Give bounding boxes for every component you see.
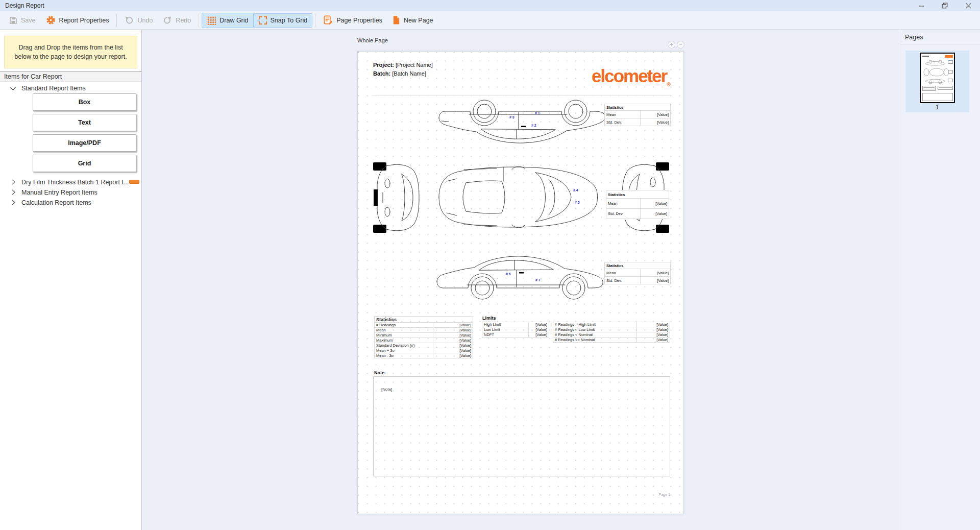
save-button[interactable]: Save [4, 13, 41, 28]
page-number: Page 1 [644, 493, 670, 496]
chevron-right-icon [10, 179, 17, 185]
limits-table[interactable]: High Limit[Value]Low Limit[Value]NDFT[Va… [482, 322, 549, 338]
restore-button[interactable] [933, 0, 957, 11]
close-icon [966, 3, 971, 9]
table-row: NDFT[Value] [482, 332, 549, 338]
page-thumbnail-tile[interactable]: 1 [905, 51, 969, 112]
undo-button[interactable]: Undo [119, 13, 158, 28]
chevron-right-icon [10, 199, 17, 206]
zoom-out-button[interactable]: − [677, 41, 684, 49]
tree-group-standard-report-items[interactable]: Standard Report Items [9, 84, 86, 93]
snap-square-icon [259, 16, 267, 25]
project-header-item[interactable]: Project: [Project Name] [373, 62, 433, 68]
design-report-window: Design Report Save Report Properties Und… [0, 0, 980, 530]
thumb-mini-table [948, 60, 953, 64]
reading-marker[interactable]: # 5 [575, 201, 580, 204]
undo-icon [125, 16, 134, 25]
limits-counts-table[interactable]: # Readings > High Limit[Value]# Readings… [553, 322, 670, 343]
table-row: Std. Dev.[Value] [606, 208, 669, 219]
car-top-view-drawing[interactable] [435, 163, 601, 231]
reading-marker[interactable]: # 2 [531, 124, 536, 127]
chevron-right-icon [10, 189, 17, 196]
zoom-in-button[interactable]: + [668, 41, 675, 49]
tree-group-dry-film-thickness[interactable]: Dry Film Thickness Batch 1 Report I... [10, 178, 129, 186]
palette-button-grid[interactable]: Grid [33, 155, 136, 172]
grid-dots-icon [207, 16, 216, 25]
new-page-button[interactable]: New Page [387, 12, 438, 28]
table-row: # Readings < Low Limit[Value] [553, 327, 670, 332]
table-row: # Readings < Nominal[Value] [553, 332, 670, 338]
redo-button[interactable]: Redo [158, 13, 196, 28]
new-page-icon [393, 15, 400, 25]
note-label: Note: [374, 370, 386, 375]
table-row: Minimum[Value] [374, 332, 473, 338]
toolbar-separator [116, 14, 117, 27]
reading-marker[interactable]: # 4 [573, 188, 578, 192]
page-thumbnail[interactable] [920, 53, 955, 103]
reading-marker[interactable]: # 3 [509, 115, 514, 119]
close-button[interactable] [957, 0, 980, 11]
redo-icon [163, 16, 172, 25]
mini-statistics-table[interactable]: Statistics Mean[Value]Std. Dev.[Value] [604, 104, 671, 126]
note-placeholder: [Note] [381, 387, 392, 392]
report-properties-button[interactable]: Report Properties [41, 12, 114, 28]
report-page: Project: [Project Name] Batch: [Batch Na… [357, 51, 684, 514]
minimize-button[interactable] [910, 0, 933, 11]
tree-group-calculation[interactable]: Calculation Report Items [10, 198, 91, 207]
statistics-table[interactable]: Statistics # Readings[Value]Mean[Value]M… [374, 316, 473, 358]
toolbar-separator [315, 14, 315, 27]
design-canvas: Whole Page + − Project: [Project Name] B… [142, 30, 900, 530]
table-row: High Limit[Value] [482, 322, 549, 327]
zoom-view-label: Whole Page [357, 37, 388, 43]
toolbar-separator [199, 14, 199, 27]
mini-statistics-table[interactable]: Statistics Mean[Value]Std. Dev.[Value] [604, 262, 671, 284]
car-underside-view-drawing[interactable] [435, 98, 609, 151]
chevron-down-icon [9, 85, 17, 92]
table-row: Maximum[Value] [374, 338, 473, 343]
reading-marker[interactable]: # 1 [535, 111, 540, 115]
table-row: # Readings >= Nominal[Value] [553, 337, 670, 343]
thumb-logo [945, 55, 953, 58]
tree-group-manual-entry[interactable]: Manual Entry Report Items [10, 188, 97, 197]
gear-icon [46, 15, 56, 25]
batch-color-badge [129, 180, 139, 184]
reading-marker[interactable]: # 7 [535, 278, 541, 282]
titlebar: Design Report [0, 0, 980, 11]
items-list-title: Items for Car Report [0, 71, 141, 82]
palette-button-text[interactable]: Text [33, 114, 136, 131]
car-front-view-drawing[interactable] [372, 161, 421, 234]
toolbar: Save Report Properties Undo Redo Draw Gr… [0, 11, 980, 30]
limits-title: Limits [482, 316, 496, 321]
reading-marker[interactable]: # 6 [506, 272, 511, 276]
page-properties-icon [323, 15, 333, 25]
palette-button-image-pdf[interactable]: Image/PDF [33, 134, 136, 152]
items-sidebar: Drag and Drop the items from the list be… [0, 30, 142, 530]
elcometer-logo[interactable]: elcometer® [592, 67, 671, 94]
table-row: Mean - 3σ[Value] [374, 353, 473, 358]
table-row: Mean + 3σ[Value] [374, 348, 473, 353]
page-thumbnail-number: 1 [905, 104, 969, 111]
page-properties-button[interactable]: Page Properties [318, 12, 387, 28]
table-row: Standard Deviation (σ)[Value] [374, 343, 473, 348]
mini-statistics-table[interactable]: Statistics Mean[Value]Std. Dev.[Value] [606, 190, 669, 219]
palette-button-box[interactable]: Box [33, 93, 136, 111]
pages-panel-title: Pages [900, 30, 980, 44]
pages-panel: Pages 1 [900, 30, 980, 530]
save-icon [9, 16, 17, 25]
draw-grid-button[interactable]: Draw Grid [202, 13, 253, 28]
thumb-stats-table [922, 86, 936, 91]
table-row: # Readings > High Limit[Value] [553, 322, 670, 327]
car-side-view-drawing[interactable] [433, 249, 607, 302]
note-box[interactable]: [Note] [373, 376, 670, 476]
header-divider [372, 95, 670, 96]
restore-icon [942, 3, 948, 9]
thumb-mini-table [948, 70, 953, 74]
window-title: Design Report [0, 2, 910, 9]
minimize-icon [919, 3, 924, 9]
snap-to-grid-button[interactable]: Snap To Grid [254, 13, 313, 28]
table-row: Mean[Value] [606, 198, 669, 209]
drag-drop-hint: Drag and Drop the items from the list be… [4, 36, 137, 68]
batch-header-item[interactable]: Batch: [Batch Name] [373, 70, 426, 77]
thumb-limits-table [938, 86, 953, 90]
thumb-car-sketch [922, 68, 949, 77]
